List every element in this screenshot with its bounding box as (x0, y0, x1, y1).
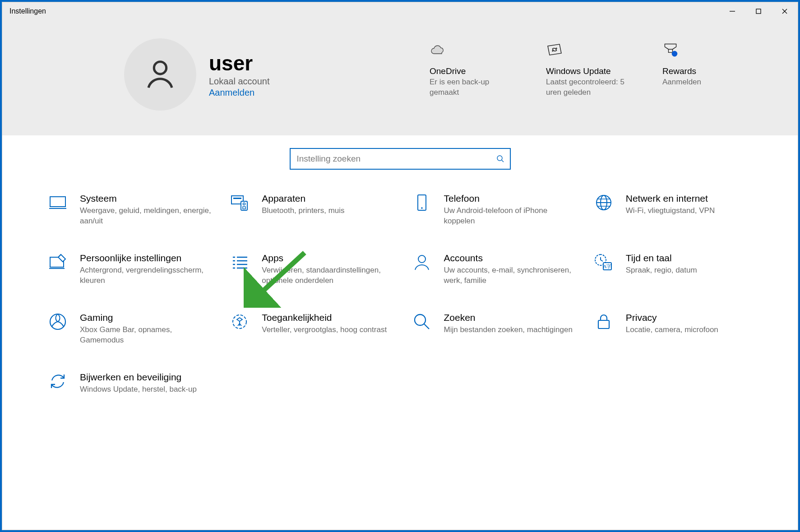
apps-icon (229, 253, 250, 286)
category-privacy[interactable]: Privacy Locatie, camera, microfoon (593, 312, 757, 346)
svg-point-5 (672, 51, 678, 57)
category-title: Persoonlijke instellingen (80, 253, 211, 264)
category-subtitle: Verwijderen, standaardinstellingen, opti… (262, 265, 393, 286)
category-text: Accounts Uw accounts, e-mail, synchronis… (444, 253, 575, 286)
category-subtitle: Achtergrond, vergrendelingsscherm, kleur… (80, 265, 211, 286)
svg-point-31 (418, 255, 425, 263)
account-type: Lokaal account (209, 76, 270, 87)
svg-rect-1 (756, 9, 761, 14)
category-text: Telefoon Uw Android-telefoon of iPhone k… (444, 193, 575, 227)
header: user Lokaal account Aanmelden OneDrive E… (2, 20, 798, 135)
svg-rect-8 (50, 197, 65, 207)
svg-text:A字: A字 (603, 264, 611, 269)
tile-title: OneDrive (430, 66, 515, 76)
svg-rect-11 (233, 198, 241, 199)
category-text: Bijwerken en beveiliging Windows Update,… (80, 372, 197, 395)
category-phone[interactable]: Telefoon Uw Android-telefoon of iPhone k… (412, 193, 575, 227)
category-title: Apparaten (262, 193, 344, 204)
category-system[interactable]: Systeem Weergave, geluid, meldingen, ene… (47, 193, 211, 227)
tile-title: Rewards (662, 66, 748, 76)
category-subtitle: Locatie, camera, microfoon (626, 325, 718, 335)
avatar (124, 38, 196, 111)
sync-icon (47, 372, 68, 395)
globe-icon (593, 193, 614, 227)
close-button[interactable] (772, 2, 798, 20)
category-title: Privacy (626, 312, 718, 323)
svg-point-4 (154, 62, 166, 74)
category-grid: Systeem Weergave, geluid, meldingen, ene… (2, 189, 798, 395)
category-subtitle: Mijn bestanden zoeken, machtigingen (444, 325, 573, 335)
personalization-icon (47, 253, 68, 286)
category-subtitle: Verteller, vergrootglas, hoog contrast (262, 325, 387, 335)
svg-rect-41 (598, 320, 609, 328)
accessibility-icon (229, 312, 250, 346)
minimize-button[interactable] (719, 2, 745, 20)
user-name: user (209, 51, 270, 75)
category-text: Toegankelijkheid Verteller, vergrootglas… (262, 312, 387, 346)
category-text: Netwerk en internet Wi-Fi, vliegtuigstan… (626, 193, 715, 227)
category-update-security[interactable]: Bijwerken en beveiliging Windows Update,… (47, 372, 211, 395)
category-title: Systeem (80, 193, 211, 204)
category-subtitle: Windows Update, herstel, back-up (80, 384, 197, 395)
category-title: Netwerk en internet (626, 193, 715, 204)
category-title: Accounts (444, 253, 575, 264)
tile-windows-update[interactable]: Windows Update Laatst gecontroleerd: 5 u… (546, 38, 632, 98)
lock-icon (593, 312, 614, 346)
titlebar: Instellingen (2, 2, 798, 20)
category-text: Apps Verwijderen, standaardinstellingen,… (262, 253, 393, 286)
category-subtitle: Uw Android-telefoon of iPhone koppelen (444, 206, 575, 227)
tile-title: Windows Update (546, 66, 632, 76)
update-icon (546, 38, 632, 58)
svg-line-40 (424, 324, 429, 329)
header-tiles: OneDrive Er is een back-up gemaakt Windo… (430, 38, 748, 98)
time-language-icon: A字 (593, 253, 614, 286)
category-accounts[interactable]: Accounts Uw accounts, e-mail, synchronis… (412, 253, 575, 286)
phone-icon (412, 193, 432, 227)
category-text: Gaming Xbox Game Bar, opnames, Gamemodus (80, 312, 211, 346)
category-title: Toegankelijkheid (262, 312, 387, 323)
search-category-icon (412, 312, 432, 346)
login-link[interactable]: Aanmelden (209, 88, 270, 98)
search-input[interactable] (297, 154, 496, 164)
category-text: Zoeken Mijn bestanden zoeken, machtiging… (444, 312, 573, 346)
category-title: Apps (262, 253, 393, 264)
category-subtitle: Spraak, regio, datum (626, 265, 697, 276)
category-subtitle: Xbox Game Bar, opnames, Gamemodus (80, 325, 211, 346)
category-time-language[interactable]: A字 Tijd en taal Spraak, regio, datum (593, 253, 757, 286)
category-subtitle: Wi-Fi, vliegtuigstand, VPN (626, 206, 715, 216)
devices-icon (229, 193, 250, 227)
search-wrap (2, 135, 798, 189)
svg-line-33 (601, 260, 603, 261)
tile-onedrive[interactable]: OneDrive Er is een back-up gemaakt (430, 38, 515, 98)
window-controls (719, 2, 798, 20)
category-accessibility[interactable]: Toegankelijkheid Verteller, vergrootglas… (229, 312, 393, 346)
svg-point-39 (415, 315, 425, 325)
category-devices[interactable]: Apparaten Bluetooth, printers, muis (229, 193, 393, 227)
search-box[interactable] (290, 148, 511, 170)
category-apps[interactable]: Apps Verwijderen, standaardinstellingen,… (229, 253, 393, 286)
tile-subtitle: Laatst gecontroleerd: 5 uren geleden (546, 77, 632, 98)
rewards-icon (662, 38, 748, 58)
category-title: Gaming (80, 312, 211, 323)
maximize-button[interactable] (745, 2, 772, 20)
category-network[interactable]: Netwerk en internet Wi-Fi, vliegtuigstan… (593, 193, 757, 227)
user-text: user Lokaal account Aanmelden (209, 51, 270, 98)
category-gaming[interactable]: Gaming Xbox Game Bar, opnames, Gamemodus (47, 312, 211, 346)
category-title: Bijwerken en beveiliging (80, 372, 197, 383)
category-text: Tijd en taal Spraak, regio, datum (626, 253, 697, 286)
settings-window: Instellingen user Lokaal account (2, 2, 798, 530)
window-title: Instellingen (9, 7, 46, 15)
category-personalization[interactable]: Persoonlijke instellingen Achtergrond, v… (47, 253, 211, 286)
category-subtitle: Uw accounts, e-mail, synchroniseren, wer… (444, 265, 575, 286)
category-title: Tijd en taal (626, 253, 697, 264)
category-subtitle: Bluetooth, printers, muis (262, 206, 344, 216)
category-text: Privacy Locatie, camera, microfoon (626, 312, 718, 346)
system-icon (47, 193, 68, 227)
tile-rewards[interactable]: Rewards Aanmelden (662, 38, 748, 98)
category-search[interactable]: Zoeken Mijn bestanden zoeken, machtiging… (412, 312, 575, 346)
search-icon (496, 155, 504, 163)
category-title: Telefoon (444, 193, 575, 204)
cloud-icon (430, 38, 515, 58)
svg-line-7 (502, 160, 504, 162)
tile-subtitle: Aanmelden (662, 77, 748, 88)
